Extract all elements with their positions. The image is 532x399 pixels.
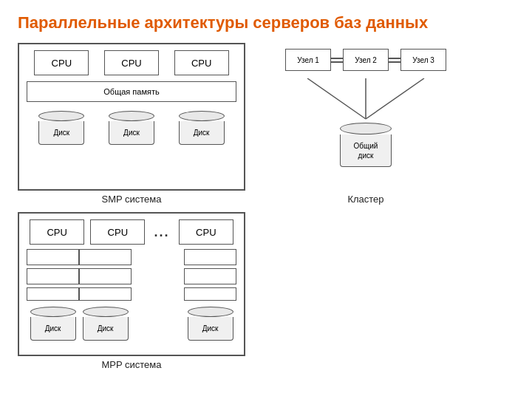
cluster-box: Узел 1 Узел 2 Узел 3 xyxy=(259,43,473,191)
cluster-node-1: Узел 1 xyxy=(285,49,331,71)
mpp-bus-3 xyxy=(184,287,236,301)
cluster-nodes-row: Узел 1 Узел 2 Узел 3 xyxy=(285,49,446,71)
mpp-cpus-row: CPU CPU ... CPU xyxy=(27,219,236,245)
cluster-node-3: Узел 3 xyxy=(400,49,446,71)
connector-2-3 xyxy=(389,58,400,63)
mpp-cpu-3: CPU xyxy=(179,219,233,245)
cluster-diagram-wrap: Узел 1 Узел 2 Узел 3 xyxy=(259,43,473,205)
page-title: Параллельные архитектуры серверов баз да… xyxy=(18,13,514,33)
top-diagrams-row: CPU CPU CPU Общая память xyxy=(18,43,514,205)
mpp-mem-4 xyxy=(27,268,79,284)
smp-box: CPU CPU CPU Общая память xyxy=(18,43,245,191)
smp-diagram-wrap: CPU CPU CPU Общая память xyxy=(18,43,245,205)
smp-cpus-row: CPU CPU CPU xyxy=(27,50,236,75)
mpp-bus-1 xyxy=(27,287,79,301)
cluster-lines-svg xyxy=(284,78,447,123)
mpp-mem-3 xyxy=(184,249,236,265)
smp-cpu-2: CPU xyxy=(104,50,159,75)
cluster-disk-cyl: Общийдиск xyxy=(340,123,392,167)
cluster-shared-disk: Общийдиск xyxy=(340,123,392,167)
cyl-top xyxy=(30,307,76,317)
cyl-body: Диск xyxy=(179,121,225,145)
svg-line-0 xyxy=(307,78,366,119)
mpp-bus-2 xyxy=(79,287,132,301)
mpp-mem-6 xyxy=(184,268,236,284)
mpp-diagram-wrap: CPU CPU ... CPU xyxy=(18,212,245,370)
mpp-mem-row-1 xyxy=(27,249,236,265)
cyl-top xyxy=(179,111,225,121)
mpp-label: MPP система xyxy=(101,359,161,370)
smp-shared-memory: Общая память xyxy=(27,81,236,102)
mpp-mem-row-2 xyxy=(27,268,236,284)
cluster-label: Кластер xyxy=(347,194,383,205)
mpp-box: CPU CPU ... CPU xyxy=(18,212,245,356)
mpp-mem-2 xyxy=(79,249,132,265)
mpp-cpu-2: CPU xyxy=(90,219,145,245)
cyl-top xyxy=(83,307,129,317)
mpp-dots: ... xyxy=(154,225,170,240)
cyl-body: Диск xyxy=(188,317,233,341)
cyl-top xyxy=(38,111,84,121)
bottom-diagrams-row: CPU CPU ... CPU xyxy=(18,212,514,370)
smp-disk-3: Диск xyxy=(179,111,225,145)
mpp-mem-5 xyxy=(79,268,132,284)
page: Параллельные архитектуры серверов баз да… xyxy=(0,0,532,399)
cyl-body: Общийдиск xyxy=(340,134,392,167)
smp-disk-2: Диск xyxy=(109,111,154,145)
connector-1-2 xyxy=(331,58,343,63)
mpp-disk-1: Диск xyxy=(30,307,76,341)
mpp-disk-2: Диск xyxy=(83,307,129,341)
smp-disks-row: Диск Диск Диск xyxy=(27,111,236,145)
cyl-body: Диск xyxy=(109,121,154,145)
cyl-top xyxy=(109,111,154,121)
smp-cpu-3: CPU xyxy=(174,50,229,75)
smp-label: SMP система xyxy=(101,194,161,205)
cyl-body: Диск xyxy=(38,121,84,145)
cluster-node-2: Узел 2 xyxy=(343,49,389,71)
mpp-disk-3: Диск xyxy=(188,307,233,341)
cyl-body: Диск xyxy=(30,317,76,341)
smp-cpu-1: CPU xyxy=(34,50,89,75)
mpp-cpu-1: CPU xyxy=(30,219,84,245)
mpp-disks-row: Диск Диск Диск xyxy=(27,307,236,341)
svg-line-2 xyxy=(366,78,424,119)
cyl-body: Диск xyxy=(83,317,129,341)
mpp-mem-1 xyxy=(27,249,79,265)
smp-disk-1: Диск xyxy=(38,111,84,145)
mpp-bus-row xyxy=(27,287,236,301)
cyl-top xyxy=(340,123,392,134)
cyl-top xyxy=(188,307,233,317)
